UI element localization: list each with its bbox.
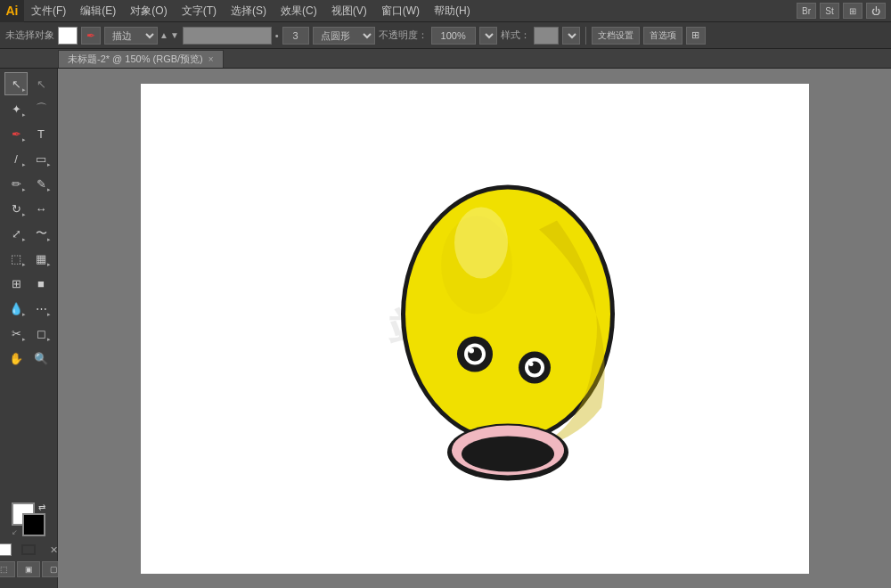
blend-tool[interactable]: ⋯ ▸ [29, 297, 53, 320]
separator-1 [585, 27, 586, 45]
brush-tools: ✏ ▸ ✎ ▸ [4, 172, 53, 195]
mesh-tool[interactable]: ⊞ [4, 272, 28, 295]
color-stack: ⇄ ↙ [12, 502, 45, 536]
rotate-arrow: ▸ [22, 211, 26, 218]
stroke-width-input[interactable] [282, 27, 309, 45]
document-tab[interactable]: 未标题-2* @ 150% (RGB/预览) × [58, 50, 224, 68]
menu-select[interactable]: 选择(S) [224, 0, 274, 21]
svg-point-6 [462, 436, 554, 471]
artboard-arrow: ▸ [22, 261, 26, 268]
paintbrush-tool[interactable]: ✏ ▸ [4, 172, 28, 195]
stroke-dropdown[interactable]: 描边 [104, 27, 158, 45]
artboard-tool[interactable]: ⬚ ▸ [4, 247, 28, 270]
svg-point-1 [405, 189, 610, 438]
stroke-color-box[interactable] [22, 513, 45, 536]
point-shape-select[interactable]: 点圆形 [313, 27, 375, 45]
svg-point-3 [454, 207, 508, 278]
menu-window[interactable]: 窗口(W) [374, 0, 427, 21]
menu-bar: Ai 文件(F) 编辑(E) 对象(O) 文字(T) 选择(S) 效果(C) 视… [0, 0, 891, 22]
full-screen-btn[interactable]: ▣ [17, 561, 40, 577]
brush-icon-btn[interactable]: ✒ [81, 27, 101, 45]
direct-select-tool[interactable]: ↖ [29, 72, 53, 95]
screen-mode-row: ⬚ ▣ ▢ [0, 561, 65, 577]
lasso-icon: ⌒ [36, 101, 47, 117]
pen-tool[interactable]: ✒ ▸ [4, 122, 28, 145]
canvas-area[interactable]: 站长素材 [58, 69, 891, 588]
grid-btn[interactable]: ⊞ [843, 3, 862, 19]
menu-object[interactable]: 对象(O) [123, 0, 174, 21]
menu-effect[interactable]: 效果(C) [274, 0, 324, 21]
bridge-btn[interactable]: Br [797, 3, 816, 19]
rotate-icon: ↻ [12, 202, 21, 216]
pencil-icon: ✎ [37, 177, 46, 191]
paintbrush-icon: ✏ [12, 177, 21, 191]
scale-tool[interactable]: ⤢ ▸ [4, 222, 28, 245]
opacity-input[interactable] [431, 27, 476, 45]
graph-tool[interactable]: ▦ ▸ [29, 247, 53, 270]
rotate-tool[interactable]: ↻ ▸ [4, 197, 28, 220]
power-btn[interactable]: ⏻ [866, 3, 886, 19]
reflect-icon: ↔ [36, 202, 47, 216]
duck-illustration [379, 158, 637, 499]
type-icon: T [37, 127, 45, 141]
fill-stroke-btns: ✕ [0, 542, 65, 558]
warp-icon: 〜 [36, 225, 47, 241]
graph-icon: ▦ [36, 252, 46, 265]
fill-color-indicator[interactable] [58, 27, 78, 45]
select-tool[interactable]: ↖ ▸ [4, 72, 28, 95]
stroke-btn[interactable] [17, 542, 40, 558]
blend-arrow: ▸ [47, 311, 51, 318]
type-tool[interactable]: T [29, 122, 53, 145]
eyedropper-tool[interactable]: 💧 ▸ [4, 297, 28, 320]
eyedropper-icon: 💧 [9, 302, 23, 315]
rect-arrow: ▸ [47, 161, 51, 168]
gradient-tool[interactable]: ■ [29, 272, 53, 295]
magic-wand-tool[interactable]: ✦ ▸ [4, 97, 28, 120]
zoom-tool[interactable]: 🔍 [29, 347, 53, 370]
rect-icon: ▭ [36, 152, 46, 166]
preferences-btn[interactable]: 首选项 [643, 27, 683, 45]
reset-colors-btn[interactable]: ↙ [12, 528, 18, 536]
pencil-tool[interactable]: ✎ ▸ [29, 172, 53, 195]
fill-btn[interactable] [0, 542, 15, 558]
menu-help[interactable]: 帮助(H) [427, 0, 478, 21]
reflect-tool[interactable]: ↔ [29, 197, 53, 220]
menu-view[interactable]: 视图(V) [324, 0, 374, 21]
stroke-indicator [21, 544, 36, 555]
hand-tool[interactable]: ✋ [4, 347, 28, 370]
menu-text[interactable]: 文字(T) [175, 0, 224, 21]
stroke-arrow-up[interactable]: ▲ [159, 30, 168, 40]
style-dropdown[interactable] [562, 27, 580, 45]
warp-tool[interactable]: 〜 ▸ [29, 222, 53, 245]
line-icon: / [14, 152, 18, 166]
menu-file[interactable]: 文件(F) [24, 0, 73, 21]
select-icon: ↖ [12, 78, 21, 91]
tab-close-btn[interactable]: × [208, 54, 214, 64]
stock-btn[interactable]: St [820, 3, 839, 19]
direct-select-icon: ↖ [37, 78, 46, 91]
stroke-arrow-down[interactable]: ▼ [170, 30, 179, 40]
opacity-dropdown[interactable] [479, 27, 497, 45]
rect-tool[interactable]: ▭ ▸ [29, 147, 53, 170]
screen-mode-btn[interactable]: ⬚ [0, 561, 15, 577]
line-tool[interactable]: / ▸ [4, 147, 28, 170]
transform-tools: ↻ ▸ ↔ [4, 197, 53, 220]
gradient-icon: ■ [37, 277, 45, 290]
line-tools: / ▸ ▭ ▸ [4, 147, 53, 170]
fill-indicator [0, 543, 12, 556]
slice-arrow: ▸ [22, 336, 26, 343]
eyedrop-arrow: ▸ [22, 311, 26, 318]
slice-tool[interactable]: ✂ ▸ [4, 322, 28, 345]
lasso-tool[interactable]: ⌒ [29, 97, 53, 120]
canvas: 站长素材 [141, 84, 809, 574]
brush-arrow: ▸ [22, 186, 26, 193]
arrange-icon[interactable]: ⊞ [686, 27, 706, 45]
selection-label: 未选择对象 [5, 29, 54, 42]
doc-settings-btn[interactable]: 文档设置 [592, 27, 640, 45]
pen-tools: ✒ ▸ T [4, 122, 53, 145]
menu-edit[interactable]: 编辑(E) [73, 0, 123, 21]
swap-colors-btn[interactable]: ⇄ [38, 502, 45, 512]
hand-icon: ✋ [9, 352, 23, 365]
main-area: ↖ ▸ ↖ ✦ ▸ ⌒ ✒ ▸ T [0, 69, 891, 588]
eraser-tool[interactable]: ◻ ▸ [29, 322, 53, 345]
